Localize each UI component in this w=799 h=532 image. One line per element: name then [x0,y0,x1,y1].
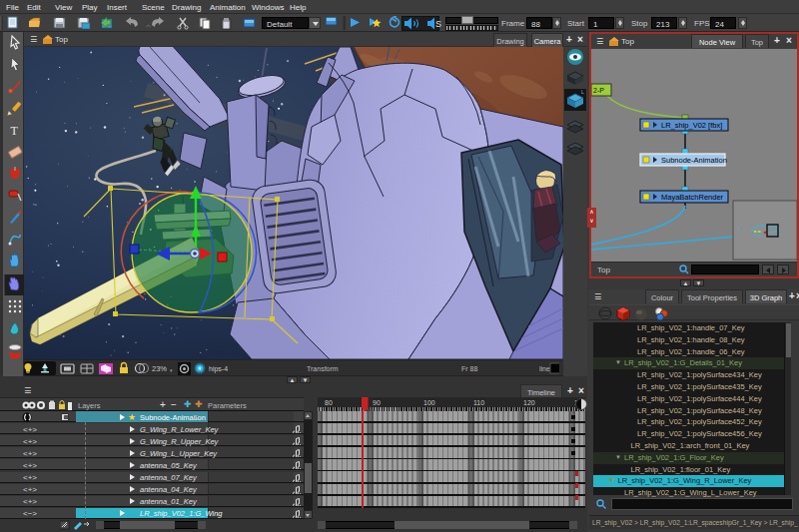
svg-text:110: 110 [473,399,484,406]
svg-text:LR_ship_V02 [fbx]: LR_ship_V02 [fbx] [661,121,722,130]
svg-text:T: T [11,124,19,138]
svg-text:2-P: 2-P [593,87,604,94]
svg-text:90: 90 [373,399,381,406]
svg-text:80: 80 [325,399,333,406]
svg-text:▾: ▾ [170,367,173,373]
svg-text:S: S [435,19,441,29]
svg-text:Transform: Transform [307,365,339,372]
svg-text:120: 120 [523,399,535,406]
svg-text:line: line [539,365,550,372]
svg-text:23%: 23% [152,364,167,373]
svg-text:L: L [581,89,584,95]
svg-text:MayaBatchRender: MayaBatchRender [661,193,724,202]
svg-text:hips-4: hips-4 [209,365,228,373]
svg-text:Fr 88: Fr 88 [461,365,477,372]
svg-text:100: 100 [423,399,435,406]
svg-text:Subnode-Animation: Subnode-Animation [661,156,727,165]
